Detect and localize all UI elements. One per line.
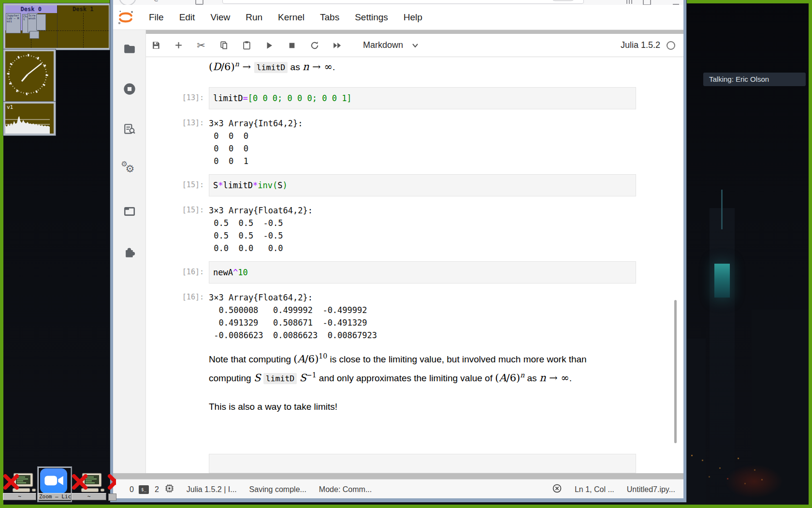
close-x-icon <box>107 474 116 490</box>
code-input[interactable] <box>209 454 636 473</box>
search-engine-label: Google <box>238 0 259 3</box>
file-browser-icon[interactable] <box>123 43 136 55</box>
output-text: 3×3 Array{Int64,2}: 0 0 0 0 0 0 0 0 1 <box>209 117 636 167</box>
zoom-level-pill[interactable] <box>551 0 576 1</box>
command-palette-icon[interactable] <box>123 123 136 135</box>
kernel-chip-icon[interactable] <box>165 484 174 495</box>
input-prompt: [15]: <box>173 174 204 191</box>
icon-label[interactable]: Zoom – Lice <box>38 493 72 500</box>
filename[interactable]: Untitled7.ipy... <box>627 485 675 494</box>
jupyterlab-statusbar: 0 $_ 2 Julia 1.5.2 | I... Saving comple.… <box>113 479 683 498</box>
notebook-mode[interactable]: Mode: Comm... <box>319 485 372 494</box>
icon-label[interactable]: ~ <box>72 493 106 500</box>
kernel-name: Julia 1.5.2 <box>621 40 660 50</box>
paste-cells-button[interactable] <box>242 41 251 50</box>
cell-type-value: Markdown <box>363 40 403 50</box>
cell-type-dropdown[interactable]: Markdown <box>363 40 419 50</box>
markdown-text: This is also a way to take limits! <box>209 400 610 414</box>
sidebar-toggle-icon[interactable] <box>643 0 651 5</box>
input-prompt: [16]: <box>173 261 204 278</box>
zoom-talking-badge: Talking: Eric Olson <box>703 73 806 86</box>
code-cell[interactable]: [16]: newA^10 <box>173 261 636 284</box>
menu-run[interactable]: Run <box>238 12 270 23</box>
cut-cells-button[interactable]: ✂ <box>196 41 206 50</box>
vertical-scrollbar[interactable] <box>674 300 677 443</box>
code-line: S*limitD*inv(S) <box>213 179 632 191</box>
code-cell[interactable]: [15]: S*limitD*inv(S) <box>173 174 636 196</box>
video-camera-icon <box>40 468 67 493</box>
chevron-down-icon <box>412 43 419 48</box>
minute-hand <box>28 63 42 75</box>
kernel-status-text[interactable]: Julia 1.5.2 | I... <box>187 485 237 494</box>
open-tabs-icon[interactable] <box>123 205 136 218</box>
kernel-indicator[interactable]: Julia 1.5.2 <box>621 40 676 50</box>
pager-grid-line <box>58 30 109 31</box>
empire-state-building <box>710 208 735 508</box>
output-area: [16]: 3×3 Array{Float64,2}: 0.500008 0.4… <box>173 291 636 342</box>
menu-edit[interactable]: Edit <box>172 12 203 23</box>
output-text: 3×3 Array{Float64,2}: 0.500008 0.499992 … <box>209 291 636 342</box>
markdown-cell[interactable]: (D/6)n → limitD as n → ∞. <box>173 58 636 76</box>
terminal-icon[interactable]: $_ <box>139 485 149 494</box>
markdown-text: (D/6)n → limitD as n → ∞. <box>209 58 610 76</box>
notification-icon[interactable] <box>552 483 562 495</box>
empty-code-cell[interactable] <box>173 454 636 473</box>
notebook-toolbar: ✂ <box>146 34 683 57</box>
saving-status: Saving comple... <box>249 485 306 494</box>
building-spire <box>721 190 723 229</box>
kernel-count[interactable]: 2 <box>155 485 159 494</box>
menu-settings[interactable]: Settings <box>347 12 396 23</box>
back-button[interactable] <box>119 0 136 5</box>
terminal-count[interactable]: 0 <box>130 485 134 494</box>
menu-tabs[interactable]: Tabs <box>312 12 347 23</box>
menu-icon[interactable] <box>673 0 679 5</box>
run-cell-button[interactable] <box>264 41 274 50</box>
partial-xterm-icon[interactable] <box>107 474 116 491</box>
jupyter-logo <box>117 9 134 26</box>
search-bar[interactable]: Google Search the web <box>222 0 584 4</box>
markdown-cell[interactable]: This is also a way to take limits! <box>173 400 636 414</box>
menu-kernel[interactable]: Kernel <box>270 12 312 23</box>
running-kernels-icon[interactable] <box>123 82 136 96</box>
output-area: [13]: 3×3 Array{Int64,2}: 0 0 0 0 0 0 0 … <box>173 117 636 167</box>
copy-cells-button[interactable] <box>219 41 229 50</box>
pager-desk-1[interactable]: Desk 1 <box>57 5 109 48</box>
code-cell[interactable]: [13]: limitD=[0 0 0; 0 0 0; 0 0 1] <box>173 87 636 109</box>
restart-kernel-button[interactable] <box>310 41 319 50</box>
desktop: Desk 0 JupyterLab – Mozi Chat Screensh D… <box>0 0 812 508</box>
extension-manager-icon[interactable] <box>123 246 136 259</box>
home-icon[interactable] <box>195 0 203 5</box>
pager-desk0-title: Desk 0 <box>5 5 57 13</box>
kernel-status-icon <box>666 41 676 50</box>
pager-mini-window-jupyterlab[interactable]: JupyterLab – Mozi <box>6 13 21 33</box>
pager-desk-0[interactable]: Desk 0 JupyterLab – Mozi Chat Screensh <box>5 5 57 48</box>
menu-view[interactable]: View <box>203 12 238 23</box>
desktop-pager[interactable]: Desk 0 JupyterLab – Mozi Chat Screensh D… <box>3 3 111 50</box>
cursor-position[interactable]: Ln 1, Col ... <box>575 485 614 494</box>
notebook-content[interactable]: (D/6)n → limitD as n → ∞. [13]: limitD=[… <box>146 57 683 473</box>
close-x-icon <box>3 474 19 490</box>
add-cell-button[interactable] <box>174 41 183 50</box>
markdown-cell[interactable]: Note that computing (A/6)10 is close to … <box>173 350 636 388</box>
building-lit-crown <box>714 264 730 298</box>
code-line: limitD=[0 0 0; 0 0 0; 0 0 1] <box>213 92 632 104</box>
interrupt-kernel-button[interactable] <box>287 41 297 50</box>
pager-mini-window[interactable] <box>36 14 46 30</box>
library-icon[interactable] <box>626 0 632 4</box>
property-inspector-icon[interactable]: ⚙ ⚙ <box>121 162 138 178</box>
load-widget-label: v1 <box>7 104 13 110</box>
code-input[interactable]: newA^10 <box>209 261 636 284</box>
zoom-logo <box>40 468 67 493</box>
save-button[interactable] <box>151 41 160 50</box>
icon-label[interactable]: ~ <box>3 493 36 500</box>
analog-clock-widget <box>3 49 56 104</box>
menu-help[interactable]: Help <box>396 12 430 23</box>
restart-run-all-button[interactable] <box>333 41 342 50</box>
menu-file[interactable]: File <box>141 12 172 23</box>
pager-mini-window[interactable] <box>29 31 39 39</box>
code-input[interactable]: S*limitD*inv(S) <box>209 174 636 196</box>
code-input[interactable]: limitD=[0 0 0; 0 0 0; 0 0 1] <box>209 87 636 109</box>
code-line: newA^10 <box>213 267 632 278</box>
reload-icon[interactable]: ⟳ <box>154 0 160 4</box>
dock-panel-band <box>146 30 683 34</box>
